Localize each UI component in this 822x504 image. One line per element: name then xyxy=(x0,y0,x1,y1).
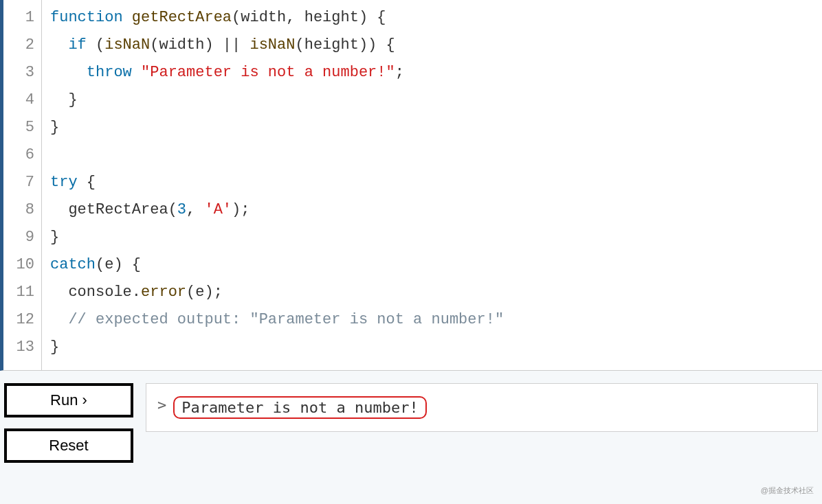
line-number: 3 xyxy=(3,59,34,87)
code-line xyxy=(50,141,814,169)
output-error-message: Parameter is not a number! xyxy=(173,396,426,419)
line-number: 5 xyxy=(3,114,34,141)
code-line: if (isNaN(width) || isNaN(height)) { xyxy=(50,32,814,59)
watermark-text: @掘金技术社区 xyxy=(761,485,814,496)
code-line: try { xyxy=(50,169,814,196)
line-number: 2 xyxy=(3,32,34,59)
code-line: } xyxy=(50,87,814,114)
code-line: function getRectArea(width, height) { xyxy=(50,4,814,32)
code-line: } xyxy=(50,334,814,361)
run-button[interactable]: Run › xyxy=(4,383,133,417)
code-editor[interactable]: 12345678910111213 function getRectArea(w… xyxy=(0,0,822,371)
bottom-panel: Run › Reset > Parameter is not a number! xyxy=(0,371,822,467)
line-number: 1 xyxy=(3,4,34,32)
line-number: 8 xyxy=(3,196,34,224)
line-number-gutter: 12345678910111213 xyxy=(3,0,42,370)
line-number: 4 xyxy=(3,87,34,114)
line-number: 6 xyxy=(3,141,34,169)
button-column: Run › Reset xyxy=(4,383,133,463)
code-line: // expected output: "Parameter is not a … xyxy=(50,306,814,334)
line-number: 11 xyxy=(3,279,34,306)
code-line: throw "Parameter is not a number!"; xyxy=(50,59,814,87)
line-number: 13 xyxy=(3,334,34,361)
output-console: > Parameter is not a number! xyxy=(146,383,818,432)
line-number: 12 xyxy=(3,306,34,334)
line-number: 7 xyxy=(3,169,34,196)
code-line: getRectArea(3, 'A'); xyxy=(50,196,814,224)
line-number: 10 xyxy=(3,251,34,279)
line-number: 9 xyxy=(3,224,34,251)
code-content[interactable]: function getRectArea(width, height) { if… xyxy=(42,0,822,370)
code-line: console.error(e); xyxy=(50,279,814,306)
code-line: catch(e) { xyxy=(50,251,814,279)
code-line: } xyxy=(50,114,814,141)
code-line: } xyxy=(50,224,814,251)
output-caret: > xyxy=(157,396,166,413)
reset-button[interactable]: Reset xyxy=(4,428,133,463)
